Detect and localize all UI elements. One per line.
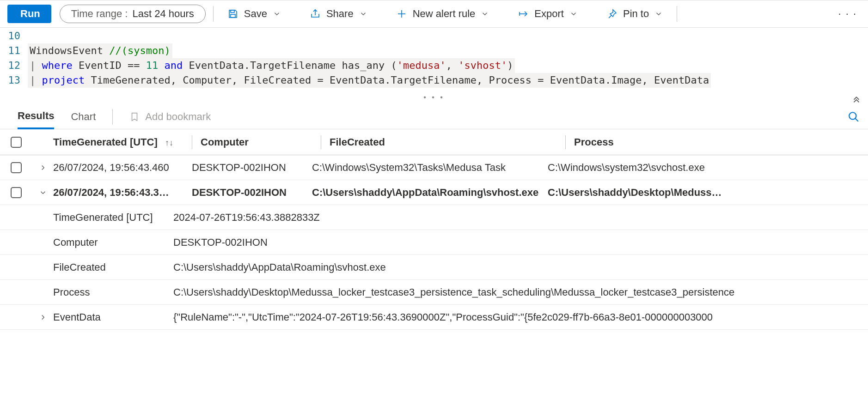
new-alert-label: New alert rule — [413, 8, 476, 20]
more-button[interactable]: · · · — [834, 8, 861, 20]
detail-value: {"RuleName":"-","UtcTime":"2024-07-26T19… — [173, 311, 868, 323]
svg-rect-2 — [231, 14, 235, 18]
pin-to-label: Pin to — [623, 8, 649, 20]
chevron-down-icon — [654, 10, 663, 18]
share-button[interactable]: Share — [303, 5, 374, 23]
query-editor[interactable]: 10111213 WindowsEvent //(sysmon)| where … — [0, 28, 868, 92]
detail-value: C:\Users\shaddy\Desktop\Medussa_locker_t… — [173, 286, 868, 298]
time-range-value: Last 24 hours — [132, 8, 194, 20]
tab-results[interactable]: Results — [18, 105, 54, 129]
search-button[interactable] — [848, 111, 860, 123]
save-label: Save — [244, 8, 267, 20]
table-row[interactable]: 26/07/2024, 19:56:43.460DESKTOP-002IHONC… — [0, 155, 868, 180]
bookmark-icon — [129, 112, 140, 122]
detail-row: ProcessC:\Users\shaddy\Desktop\Medussa_l… — [0, 280, 868, 305]
grid-body: 26/07/2024, 19:56:43.460DESKTOP-002IHONC… — [0, 155, 868, 330]
run-button[interactable]: Run — [7, 5, 51, 23]
detail-value: C:\Users\shaddy\AppData\Roaming\svhost.e… — [173, 261, 868, 273]
detail-value: DESKTOP-002IHON — [173, 236, 868, 248]
detail-key: Computer — [53, 236, 173, 248]
share-icon — [310, 8, 321, 19]
separator — [213, 6, 214, 22]
bookmark-label: Add bookmark — [145, 111, 211, 123]
row-checkbox[interactable] — [11, 162, 22, 173]
export-label: Export — [534, 8, 564, 20]
detail-value: 2024-07-26T19:56:43.3882833Z — [173, 212, 868, 224]
add-bookmark-button[interactable]: Add bookmark — [129, 111, 211, 123]
chevron-down-icon — [359, 10, 367, 18]
tab-chart[interactable]: Chart — [71, 104, 96, 129]
grid-header: TimeGenerated [UTC] ↑↓ Computer FileCrea… — [0, 129, 868, 155]
detail-key: FileCreated — [53, 261, 173, 273]
cell-time: 26/07/2024, 19:56:43.3… — [53, 187, 192, 199]
share-label: Share — [326, 8, 354, 20]
time-range-picker[interactable]: Time range : Last 24 hours — [60, 5, 206, 23]
sort-icon: ↑↓ — [165, 138, 173, 147]
detail-row: ComputerDESKTOP-002IHON — [0, 230, 868, 255]
code-area[interactable]: WindowsEvent //(sysmon)| where EventID =… — [28, 29, 868, 88]
expand-row-icon[interactable] — [32, 164, 53, 172]
detail-row: EventData{"RuleName":"-","UtcTime":"2024… — [0, 305, 868, 330]
results-tabs: Results Chart Add bookmark — [0, 104, 868, 129]
svg-line-8 — [855, 118, 858, 121]
toolbar: Run Time range : Last 24 hours Save Shar… — [0, 0, 868, 28]
detail-row: FileCreatedC:\Users\shaddy\AppData\Roami… — [0, 255, 868, 280]
detail-row: TimeGenerated [UTC]2024-07-26T19:56:43.3… — [0, 205, 868, 230]
chevron-down-icon — [273, 10, 281, 18]
cell-file: C:\Users\shaddy\AppData\Roaming\svhost.e… — [312, 187, 548, 199]
run-label: Run — [20, 8, 40, 20]
pin-icon — [606, 8, 617, 19]
svg-point-7 — [849, 112, 856, 119]
detail-key: Process — [53, 286, 173, 298]
detail-key: EventData — [53, 311, 173, 323]
line-gutter: 10111213 — [0, 29, 28, 88]
cell-file: C:\Windows\System32\Tasks\Medusa Task — [312, 162, 548, 174]
col-header-time[interactable]: TimeGenerated [UTC] ↑↓ — [53, 136, 192, 148]
select-all-checkbox[interactable] — [11, 137, 22, 148]
col-header-computer[interactable]: Computer — [201, 136, 321, 148]
cell-computer: DESKTOP-002IHON — [192, 187, 312, 199]
time-range-label: Time range : — [71, 8, 128, 20]
export-button[interactable]: Export — [511, 5, 584, 23]
separator — [112, 109, 113, 125]
pin-to-button[interactable]: Pin to — [600, 5, 669, 23]
cell-time: 26/07/2024, 19:56:43.460 — [53, 162, 192, 174]
new-alert-rule-button[interactable]: New alert rule — [390, 5, 496, 23]
export-icon — [518, 8, 529, 19]
collapse-editor-icon[interactable] — [851, 93, 862, 103]
search-icon — [848, 111, 860, 123]
chevron-down-icon — [481, 10, 489, 18]
plus-icon — [396, 8, 407, 19]
save-button[interactable]: Save — [221, 5, 287, 23]
row-checkbox[interactable] — [11, 187, 22, 198]
col-header-process[interactable]: Process — [574, 136, 868, 148]
svg-rect-1 — [231, 10, 234, 12]
resize-grip[interactable]: • • • — [0, 92, 868, 104]
detail-key: TimeGenerated [UTC] — [53, 212, 173, 224]
cell-process: C:\Users\shaddy\Desktop\Meduss… — [548, 187, 868, 199]
expand-row-icon[interactable] — [32, 188, 53, 197]
cell-computer: DESKTOP-002IHON — [192, 162, 312, 174]
chevron-down-icon — [569, 10, 578, 18]
separator — [677, 6, 677, 22]
save-icon — [227, 8, 238, 19]
expand-detail-icon[interactable] — [32, 313, 53, 321]
col-header-filecreated[interactable]: FileCreated — [330, 136, 565, 148]
cell-process: C:\Windows\system32\svchost.exe — [548, 162, 868, 174]
table-row[interactable]: 26/07/2024, 19:56:43.3…DESKTOP-002IHONC:… — [0, 180, 868, 205]
